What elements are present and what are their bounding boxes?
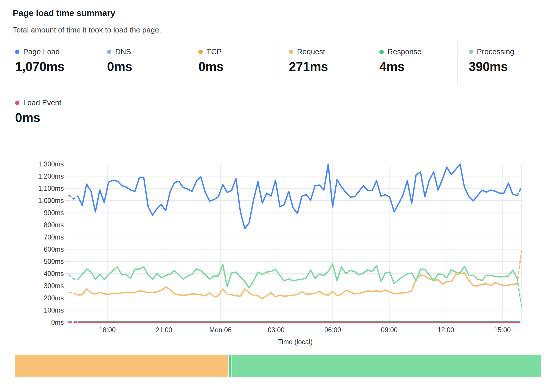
y-tick-label: 900ms <box>44 209 64 217</box>
processing-legend-dot-icon <box>469 50 473 54</box>
x-tick-label: 18:00 <box>99 326 116 334</box>
y-tick-label: 1,300ms <box>38 160 64 168</box>
dns-legend-dot-icon <box>107 50 111 54</box>
x-tick-label: 09:00 <box>381 326 398 334</box>
y-tick-label: 1,100ms <box>38 185 64 192</box>
series-request-dashed <box>69 292 78 295</box>
load-event-legend-dot-icon <box>15 101 19 105</box>
page-title: Page load time summary <box>13 8 115 18</box>
y-tick-label: 700ms <box>44 233 64 241</box>
stat-value: 0ms <box>15 111 96 125</box>
page-load-legend-dot-icon <box>15 50 19 54</box>
y-tick-label: 500ms <box>44 258 64 265</box>
timing-breakdown-bar <box>15 355 541 377</box>
y-tick-label: 300ms <box>44 282 64 290</box>
series-processing-dashed <box>69 275 78 280</box>
stat-value: 0ms <box>198 60 278 74</box>
load-time-line-chart[interactable]: 0ms100ms200ms300ms400ms500ms600ms700ms80… <box>0 125 554 354</box>
y-tick-label: 600ms <box>44 246 64 253</box>
response-legend-dot-icon <box>379 50 384 54</box>
x-tick-label: 21:00 <box>155 326 172 334</box>
page-load-summary-panel: Page load time summary Total amount of t… <box>0 0 554 392</box>
stat-dns: DNS 0ms <box>96 41 187 85</box>
stat-value: 390ms <box>469 60 548 74</box>
request-legend-dot-icon <box>289 50 293 54</box>
legend-item[interactable]: Processing <box>469 48 548 56</box>
stat-label: Response <box>388 48 421 56</box>
metrics-legend-row: Page Load 1,070ms DNS 0ms TCP 0ms Reques… <box>13 41 548 85</box>
stat-value: 0ms <box>107 60 187 74</box>
x-tick-label: 12:00 <box>437 326 454 334</box>
series-page-load <box>78 164 517 229</box>
tcp-legend-dot-icon <box>198 50 203 54</box>
stat-page-load: Page Load 1,070ms <box>13 41 96 85</box>
x-tick-label: 06:00 <box>324 326 341 334</box>
x-tick-label: 03:00 <box>268 326 285 334</box>
stat-tcp: TCP 0ms <box>187 41 278 85</box>
y-tick-label: 0ms <box>51 319 64 326</box>
stat-label: Page Load <box>23 48 60 56</box>
stat-label: Processing <box>477 48 514 56</box>
stat-label: DNS <box>115 48 131 56</box>
x-tick-label: Mon 06 <box>209 326 232 334</box>
stat-value: 1,070ms <box>15 60 96 74</box>
legend-item[interactable]: TCP <box>198 48 278 56</box>
bar-segment-processing <box>232 355 541 377</box>
stat-label: Request <box>297 48 325 56</box>
legend-item[interactable]: Request <box>289 48 368 56</box>
y-tick-label: 800ms <box>44 221 64 229</box>
x-axis-title: Time (local) <box>278 338 312 346</box>
bar-segment-request <box>15 355 228 377</box>
x-tick-label: 15:00 <box>494 326 511 334</box>
stat-response: Response 4ms <box>368 41 458 85</box>
legend-item[interactable]: Response <box>379 48 457 56</box>
chart-svg[interactable]: 0ms100ms200ms300ms400ms500ms600ms700ms80… <box>0 125 554 354</box>
stat-value: 4ms <box>379 60 457 74</box>
page-subtitle: Total amount of time it took to load the… <box>13 26 161 35</box>
y-tick-label: 400ms <box>44 270 64 277</box>
legend-item[interactable]: DNS <box>107 48 187 56</box>
bar-segment-response <box>229 355 231 377</box>
plot-border <box>69 164 522 322</box>
y-tick-label: 200ms <box>44 294 64 302</box>
legend-item[interactable]: Page Load <box>15 48 96 56</box>
series-page-load-dashed <box>69 195 78 199</box>
stat-label: TCP <box>207 48 222 56</box>
stat-request: Request 271ms <box>278 41 368 85</box>
y-tick-label: 100ms <box>44 306 64 314</box>
legend-item[interactable]: Load Event <box>15 99 96 107</box>
stat-value: 271ms <box>289 60 368 74</box>
series-processing <box>78 264 517 288</box>
y-tick-label: 1,000ms <box>38 197 64 204</box>
stat-processing: Processing 390ms <box>458 41 548 85</box>
stat-label: Load Event <box>23 99 61 107</box>
y-tick-label: 1,200ms <box>38 173 64 180</box>
